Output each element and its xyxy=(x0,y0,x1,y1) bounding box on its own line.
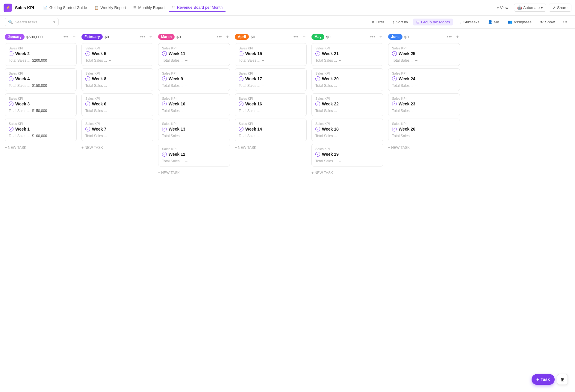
column-menu-june[interactable]: ••• xyxy=(446,34,453,40)
card-check[interactable] xyxy=(85,127,90,131)
search-box[interactable]: 🔍 Search tasks... ▾ xyxy=(5,18,59,26)
automate-button[interactable]: 🤖 Automate ▾ xyxy=(514,4,547,12)
table-row[interactable]: Sales KPIWeek 22Total Sales ...– xyxy=(311,93,383,116)
column-add-march[interactable]: + xyxy=(225,34,230,40)
column-menu-february[interactable]: ••• xyxy=(139,34,146,40)
card-check[interactable] xyxy=(239,127,243,131)
month-badge-april[interactable]: April xyxy=(235,34,249,40)
month-badge-january[interactable]: January xyxy=(5,34,25,40)
card-meta-value: – xyxy=(262,109,264,113)
more-button[interactable]: ••• xyxy=(560,19,570,25)
table-row[interactable]: Sales KPIWeek 5Total Sales ...– xyxy=(81,43,153,66)
column-menu-may[interactable]: ••• xyxy=(369,34,376,40)
card-check[interactable] xyxy=(315,152,320,157)
card-check[interactable] xyxy=(392,127,397,131)
table-row[interactable]: Sales KPIWeek 13Total Sales ...– xyxy=(158,119,230,141)
table-row[interactable]: Sales KPIWeek 21Total Sales ...– xyxy=(311,43,383,66)
card-check[interactable] xyxy=(9,127,13,131)
table-row[interactable]: Sales KPIWeek 4Total Sales ...$150,000 xyxy=(5,68,77,91)
add-task-fab[interactable]: + Task xyxy=(532,374,555,385)
table-row[interactable]: Sales KPIWeek 24Total Sales ...– xyxy=(388,68,460,91)
column-add-june[interactable]: + xyxy=(455,34,460,40)
column-add-february[interactable]: + xyxy=(148,34,153,40)
card-check[interactable] xyxy=(392,76,397,81)
column-menu-january[interactable]: ••• xyxy=(62,34,70,40)
card-meta-label: Total Sales ... xyxy=(9,84,30,88)
card-check[interactable] xyxy=(315,51,320,56)
card-check[interactable] xyxy=(162,51,167,56)
table-row[interactable]: Sales KPIWeek 19Total Sales ...– xyxy=(311,144,383,167)
month-badge-june[interactable]: June xyxy=(388,34,402,40)
month-badge-march[interactable]: March xyxy=(158,34,175,40)
column-add-april[interactable]: + xyxy=(302,34,307,40)
table-row[interactable]: Sales KPIWeek 11Total Sales ...– xyxy=(158,43,230,66)
tab-weekly-report[interactable]: 📋 Weekly Report xyxy=(91,4,129,12)
card-check[interactable] xyxy=(239,51,243,56)
table-row[interactable]: Sales KPIWeek 1Total Sales ...$100,000 xyxy=(5,119,77,141)
filter-button[interactable]: ⧉ Filter xyxy=(369,19,387,26)
sort-icon: ↕ xyxy=(393,20,395,24)
table-row[interactable]: Sales KPIWeek 2Total Sales ...$200,000 xyxy=(5,43,77,66)
card-check[interactable] xyxy=(392,51,397,56)
card-check[interactable] xyxy=(85,51,90,56)
subtasks-button[interactable]: ⋮ Subtasks xyxy=(455,19,482,25)
card-check[interactable] xyxy=(162,127,167,131)
card-check[interactable] xyxy=(315,102,320,106)
card-title: Week 22 xyxy=(322,102,339,106)
card-check[interactable] xyxy=(239,76,243,81)
view-button[interactable]: + View xyxy=(494,4,511,11)
table-row[interactable]: Sales KPIWeek 15Total Sales ...– xyxy=(235,43,307,66)
column-add-may[interactable]: + xyxy=(378,34,383,40)
table-row[interactable]: Sales KPIWeek 7Total Sales ...– xyxy=(81,119,153,141)
month-badge-may[interactable]: May xyxy=(311,34,324,40)
table-row[interactable]: Sales KPIWeek 12Total Sales ...– xyxy=(158,144,230,167)
card-check[interactable] xyxy=(85,102,90,106)
me-button[interactable]: 👤 Me xyxy=(485,19,502,25)
table-row[interactable]: Sales KPIWeek 8Total Sales ...– xyxy=(81,68,153,91)
card-check[interactable] xyxy=(9,51,13,56)
card-check[interactable] xyxy=(162,76,167,81)
card-check[interactable] xyxy=(239,102,243,106)
table-row[interactable]: Sales KPIWeek 17Total Sales ...– xyxy=(235,68,307,91)
table-row[interactable]: Sales KPIWeek 16Total Sales ...– xyxy=(235,93,307,116)
new-task-may[interactable]: + NEW TASK xyxy=(311,169,383,177)
card-check[interactable] xyxy=(9,76,13,81)
card-check[interactable] xyxy=(392,102,397,106)
tab-revenue-board[interactable]: ⬚ Revenue Board per Month xyxy=(169,3,226,12)
table-row[interactable]: Sales KPIWeek 26Total Sales ...– xyxy=(388,119,460,141)
assignees-button[interactable]: 👥 Assignees xyxy=(505,19,535,25)
card-check[interactable] xyxy=(162,102,167,106)
card-check[interactable] xyxy=(9,102,13,106)
column-menu-march[interactable]: ••• xyxy=(216,34,223,40)
card-check[interactable] xyxy=(315,76,320,81)
card-check[interactable] xyxy=(85,76,90,81)
table-row[interactable]: Sales KPIWeek 10Total Sales ...– xyxy=(158,93,230,116)
table-row[interactable]: Sales KPIWeek 14Total Sales ...– xyxy=(235,119,307,141)
table-row[interactable]: Sales KPIWeek 20Total Sales ...– xyxy=(311,68,383,91)
card-check[interactable] xyxy=(315,127,320,131)
new-task-june[interactable]: + NEW TASK xyxy=(388,144,460,152)
grid-view-fab[interactable]: ⊞ xyxy=(557,374,568,385)
toolbar: 🔍 Search tasks... ▾ ⧉ Filter ↕ Sort by ⊞… xyxy=(0,16,575,29)
table-row[interactable]: Sales KPIWeek 23Total Sales ...– xyxy=(388,93,460,116)
column-add-january[interactable]: + xyxy=(72,34,77,40)
column-menu-april[interactable]: ••• xyxy=(292,34,300,40)
tab-monthly-report[interactable]: ☰ Monthly Report xyxy=(130,4,168,12)
new-task-march[interactable]: + NEW TASK xyxy=(158,169,230,177)
new-task-april[interactable]: + NEW TASK xyxy=(235,144,307,152)
new-task-february[interactable]: + NEW TASK xyxy=(81,144,153,152)
card-parent: Sales KPI xyxy=(239,72,303,75)
month-badge-february[interactable]: February xyxy=(81,34,103,40)
share-button[interactable]: ↗ Share xyxy=(549,4,571,12)
table-row[interactable]: Sales KPIWeek 9Total Sales ...– xyxy=(158,68,230,91)
tab-getting-started[interactable]: 📄 Getting Started Guide xyxy=(40,4,90,12)
new-task-january[interactable]: + NEW TASK xyxy=(5,144,77,152)
table-row[interactable]: Sales KPIWeek 6Total Sales ...– xyxy=(81,93,153,116)
group-button[interactable]: ⊞ Group by: Month xyxy=(413,19,453,25)
table-row[interactable]: Sales KPIWeek 25Total Sales ...– xyxy=(388,43,460,66)
card-check[interactable] xyxy=(162,152,167,157)
sort-button[interactable]: ↕ Sort by xyxy=(390,19,411,25)
show-button[interactable]: 👁 Show xyxy=(537,19,558,25)
table-row[interactable]: Sales KPIWeek 3Total Sales ...$150,000 xyxy=(5,93,77,116)
table-row[interactable]: Sales KPIWeek 18Total Sales ...– xyxy=(311,119,383,141)
